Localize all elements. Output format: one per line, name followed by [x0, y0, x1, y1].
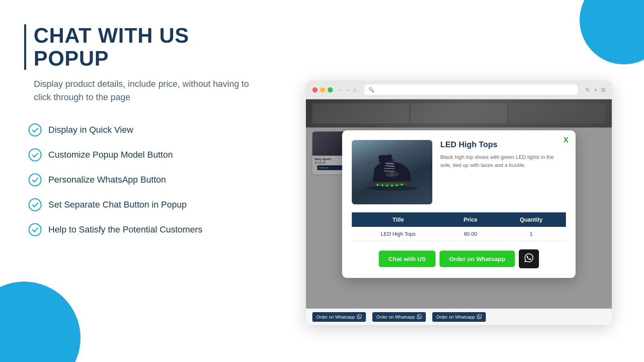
- left-panel: CHAT WITH US POPUP Display product detai…: [24, 24, 250, 248]
- home-icon[interactable]: ⌂: [353, 86, 356, 93]
- table-cell-price: 80.00: [444, 227, 496, 241]
- feature-text-5: Help to Satisfy the Potential Customers: [48, 224, 202, 235]
- table-header-quantity: Quantity: [496, 212, 566, 227]
- shoe-illustration: [360, 148, 424, 196]
- page-title: CHAT WITH US POPUP: [33, 24, 250, 70]
- heading-bar-accent: [24, 24, 26, 70]
- svg-point-3: [29, 199, 41, 211]
- whatsapp-icon: [524, 253, 533, 264]
- popup-action-buttons: Chat with US Order on Whatsapp: [352, 249, 566, 268]
- bottom-whatsapp-icon-3: [477, 314, 482, 320]
- browser-content: Navy Sports Rs.60.00 Order on Sports Rs.…: [306, 99, 612, 309]
- product-image-inner: [352, 140, 432, 204]
- browser-window: ← → ⌂ 🔍 ↻ + ⧉: [306, 80, 612, 325]
- tabs-icon[interactable]: ⧉: [601, 86, 605, 93]
- feature-item-2: Customize Popup Model Button: [28, 148, 250, 162]
- bottom-btn-label-1: Order on Whatsapp: [316, 315, 355, 319]
- feature-item-3: Personalize WhatsApp Button: [28, 173, 250, 187]
- dot-yellow[interactable]: [320, 87, 325, 93]
- feature-item-1: Display in Quick View: [28, 123, 250, 137]
- feature-text-2: Customize Popup Model Button: [48, 150, 173, 160]
- popup-product-description: Black high top shoes with green LED ligh…: [440, 153, 566, 170]
- bottom-order-btn-3[interactable]: Order on Whatsapp: [432, 312, 486, 322]
- popup-product-section: LED High Tops Black high top shoes with …: [352, 140, 566, 204]
- svg-point-4: [29, 224, 41, 236]
- forward-icon[interactable]: →: [345, 86, 351, 93]
- bottom-order-btn-1[interactable]: Order on Whatsapp: [312, 312, 366, 322]
- table-row: LED High Tops 80.00 1: [352, 227, 566, 241]
- refresh-icon[interactable]: ↻: [586, 87, 590, 93]
- decorative-circle-top: [580, 0, 644, 64]
- browser-toolbar: ← → ⌂ 🔍 ↻ + ⧉: [306, 80, 612, 99]
- dot-green[interactable]: [328, 87, 333, 93]
- bottom-btn-label-3: Order on Whatsapp: [436, 315, 475, 319]
- browser-bottom-bar: Order on Whatsapp Order on Whatsapp Orde…: [306, 309, 612, 325]
- check-icon-1: [28, 123, 42, 137]
- feature-item-4: Set Separate Chat Button in Popup: [28, 198, 250, 212]
- browser-dots: [312, 87, 333, 93]
- whatsapp-icon-button[interactable]: [519, 249, 539, 268]
- popup-product-title: LED High Tops: [440, 140, 566, 149]
- feature-text-1: Display in Quick View: [48, 125, 133, 135]
- browser-mockup: ← → ⌂ 🔍 ↻ + ⧉: [306, 80, 612, 325]
- search-icon: 🔍: [368, 87, 374, 93]
- check-icon-2: [28, 148, 42, 162]
- popup-overlay: X: [306, 99, 612, 309]
- table-header-price: Price: [444, 212, 496, 227]
- bottom-whatsapp-icon-1: [357, 314, 362, 320]
- table-header-row: Title Price Quantity: [352, 212, 566, 227]
- browser-search-bar[interactable]: 🔍: [364, 84, 577, 95]
- feature-text-4: Set Separate Chat Button in Popup: [48, 200, 187, 210]
- heading-section: CHAT WITH US POPUP: [24, 24, 250, 70]
- popup-product-details: LED High Tops Black high top shoes with …: [440, 140, 566, 204]
- browser-nav: ← → ⌂: [337, 86, 356, 93]
- check-icon-4: [28, 198, 42, 212]
- feature-item-5: Help to Satisfy the Potential Customers: [28, 223, 250, 237]
- table-cell-quantity: 1: [496, 227, 566, 241]
- svg-rect-17: [391, 172, 393, 177]
- page-subtitle: Display product details, include price, …: [34, 77, 250, 104]
- popup-product-image: [352, 140, 432, 204]
- feature-text-3: Personalize WhatsApp Button: [48, 175, 166, 185]
- svg-point-18: [374, 183, 407, 186]
- svg-point-1: [29, 149, 41, 161]
- plus-icon[interactable]: +: [594, 86, 597, 93]
- check-icon-5: [28, 223, 42, 237]
- table-header: Title Price Quantity: [352, 212, 566, 227]
- chat-with-us-button[interactable]: Chat with US: [379, 251, 436, 267]
- table-header-title: Title: [352, 212, 444, 227]
- table-body: LED High Tops 80.00 1: [352, 227, 566, 241]
- popup-close-button[interactable]: X: [564, 136, 568, 144]
- popup-product-table: Title Price Quantity LED High Tops 80.00…: [352, 212, 566, 241]
- popup-modal: X: [342, 130, 576, 278]
- svg-point-2: [29, 174, 41, 186]
- dot-red[interactable]: [312, 87, 318, 93]
- bottom-btn-label-2: Order on Whatsapp: [376, 315, 415, 319]
- bottom-whatsapp-icon-2: [417, 314, 422, 320]
- check-icon-3: [28, 173, 42, 187]
- table-cell-title: LED High Tops: [352, 227, 444, 241]
- features-list: Display in Quick View Customize Popup Mo…: [28, 123, 250, 237]
- bottom-order-btn-2[interactable]: Order on Whatsapp: [372, 312, 426, 322]
- svg-point-0: [29, 124, 41, 136]
- order-on-whatsapp-button[interactable]: Order on Whatsapp: [440, 251, 515, 267]
- back-icon[interactable]: ←: [337, 86, 343, 93]
- decorative-circle-bottom: [0, 282, 80, 362]
